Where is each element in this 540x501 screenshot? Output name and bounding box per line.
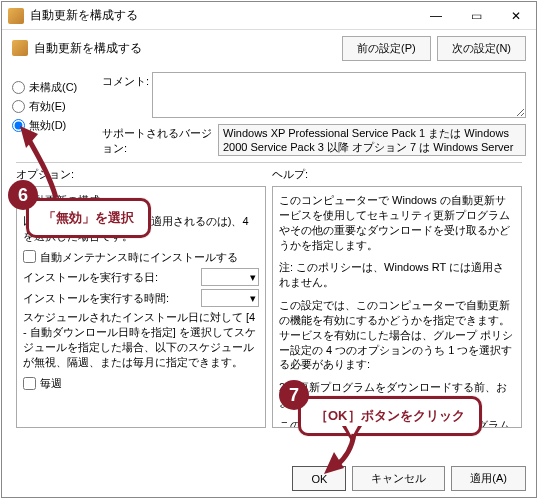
radio-not-configured-label: 未構成(C)	[29, 80, 77, 95]
maintenance-install-input[interactable]	[23, 250, 36, 263]
cancel-button[interactable]: キャンセル	[352, 466, 445, 491]
install-day-combo[interactable]: ▾	[201, 268, 259, 286]
chevron-down-icon: ▾	[250, 270, 256, 285]
weekly-checkbox[interactable]: 毎週	[23, 376, 259, 391]
dialog-subtitle: 自動更新を構成する	[34, 40, 336, 57]
radio-not-configured-input[interactable]	[12, 81, 25, 94]
help-panel: このコンピューターで Windows の自動更新サービスを使用してセキュリティ更…	[272, 186, 522, 428]
policy-icon	[8, 8, 24, 24]
schedule-note: スケジュールされたインストール日に対して [4 - 自動ダウンロール日時を指定]…	[23, 310, 259, 369]
maintenance-install-label: 自動メンテナンス時にインストールする	[40, 250, 238, 265]
install-time-label: インストールを実行する時間:	[23, 291, 201, 306]
annotation-badge-7: 7	[279, 380, 309, 410]
weekly-label: 毎週	[40, 376, 62, 391]
radio-enabled[interactable]: 有効(E)	[12, 99, 102, 114]
separator	[16, 162, 522, 163]
annotation-badge-6: 6	[8, 180, 38, 210]
radio-enabled-input[interactable]	[12, 100, 25, 113]
supported-text: Windows XP Professional Service Pack 1 ま…	[218, 124, 526, 156]
help-p2: 注: このポリシーは、Windows RT には適用されません。	[279, 260, 515, 290]
dialog-window: 自動更新を構成する — ▭ ✕ 自動更新を構成する 前の設定(P) 次の設定(N…	[1, 1, 537, 498]
next-setting-button[interactable]: 次の設定(N)	[437, 36, 526, 61]
close-button[interactable]: ✕	[496, 2, 536, 29]
maintenance-install-checkbox[interactable]: 自動メンテナンス時にインストールする	[23, 250, 259, 265]
install-day-label: インストールを実行する日:	[23, 270, 201, 285]
help-p1: このコンピューターで Windows の自動更新サービスを使用してセキュリティ更…	[279, 193, 515, 252]
weekly-input[interactable]	[23, 377, 36, 390]
chevron-down-icon: ▾	[250, 291, 256, 306]
supported-label: サポートされるバージョン:	[102, 124, 218, 156]
help-header: ヘルプ:	[272, 165, 522, 186]
annotation-arrow-7	[324, 430, 364, 474]
minimize-button[interactable]: —	[416, 2, 456, 29]
comment-label: コメント:	[102, 72, 152, 118]
subheader: 自動更新を構成する 前の設定(P) 次の設定(N)	[2, 30, 536, 66]
install-time-combo[interactable]: ▾	[201, 289, 259, 307]
radio-enabled-label: 有効(E)	[29, 99, 66, 114]
previous-setting-button[interactable]: 前の設定(P)	[342, 36, 431, 61]
maximize-button[interactable]: ▭	[456, 2, 496, 29]
policy-icon	[12, 40, 28, 56]
apply-button[interactable]: 適用(A)	[451, 466, 526, 491]
titlebar: 自動更新を構成する — ▭ ✕	[2, 2, 536, 30]
window-title: 自動更新を構成する	[30, 7, 416, 24]
comment-textarea[interactable]	[152, 72, 526, 118]
radio-not-configured[interactable]: 未構成(C)	[12, 80, 102, 95]
help-p3: この設定では、このコンピューターで自動更新の機能を有効にするかどうかを指定できま…	[279, 298, 515, 372]
